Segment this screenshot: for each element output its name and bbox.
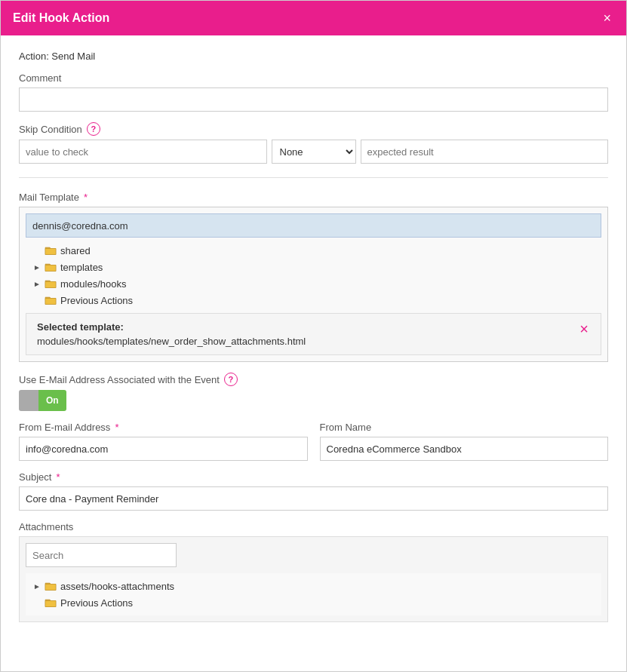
folder-icon-modules (45, 278, 57, 290)
close-button[interactable]: × (600, 10, 614, 26)
tree-label-templates: templates (60, 262, 103, 273)
from-name-field-group: From Name (320, 422, 609, 461)
action-label: Action: Send Mail (19, 51, 608, 62)
toggle-off-part (19, 390, 38, 411)
attachments-tree-container: ► assets/hooks-attachments P (19, 536, 608, 622)
tree-arrow-assets: ► (32, 581, 42, 591)
folder-icon-prev-actions-attach (45, 597, 57, 609)
comment-field-group: Comment (19, 72, 608, 112)
skip-condition-field-group: Skip Condition ? None Equals Not Equals … (19, 122, 608, 164)
email-event-field-group: Use E-Mail Address Associated with the E… (19, 373, 608, 411)
subject-input[interactable] (19, 486, 608, 511)
modal-header: Edit Hook Action × (1, 1, 626, 35)
attachments-label: Attachments (19, 521, 608, 532)
attachments-search-input[interactable] (26, 543, 177, 567)
tree-arrow-shared (32, 245, 42, 256)
tree-arrow-prev-actions-template (32, 295, 42, 305)
toggle-on-part: On (38, 390, 66, 411)
modal-body: Action: Send Mail Comment Skip Condition… (1, 35, 626, 671)
tree-arrow-modules: ► (32, 278, 42, 289)
from-email-required: * (115, 422, 118, 433)
skip-condition-label: Skip Condition ? (19, 122, 608, 136)
subject-required: * (56, 471, 60, 483)
skip-condition-help-icon[interactable]: ? (87, 122, 100, 136)
from-name-input[interactable] (320, 437, 609, 461)
template-search-selected: dennis@coredna.com (26, 213, 601, 238)
divider-1 (19, 177, 608, 178)
attachments-field-group: Attachments ► assets/hooks-attachments (19, 521, 608, 622)
selected-template-box: Selected template: modules/hooks/templat… (26, 313, 601, 355)
folder-icon-assets (45, 580, 57, 592)
tree-label-assets: assets/hooks-attachments (60, 581, 174, 592)
from-email-label: From E-mail Address * (19, 422, 308, 433)
tree-label-shared: shared (60, 245, 91, 256)
mail-template-required: * (84, 192, 88, 203)
selected-template-path: modules/hooks/templates/new_order_show_a… (37, 336, 306, 347)
template-tree: shared ► templates ► (26, 238, 601, 313)
skip-result-input[interactable] (361, 140, 609, 164)
folder-icon-prev-actions-template (45, 294, 57, 306)
skip-condition-select[interactable]: None Equals Not Equals Contains Greater … (272, 140, 356, 164)
folder-icon-shared (45, 244, 57, 256)
tree-item-previous-actions-template[interactable]: Previous Actions (29, 292, 598, 308)
clear-template-button[interactable]: × (578, 321, 590, 336)
email-event-label: Use E-Mail Address Associated with the E… (19, 373, 608, 386)
mail-template-label: Mail Template * (19, 192, 608, 203)
tree-item-assets-hooks[interactable]: ► assets/hooks-attachments (29, 578, 598, 594)
folder-icon-templates (45, 261, 57, 273)
subject-field-group: Subject * (19, 471, 608, 511)
tree-item-previous-actions-attach[interactable]: Previous Actions (29, 594, 598, 611)
skip-value-input[interactable] (19, 140, 267, 164)
edit-hook-action-modal: Edit Hook Action × Action: Send Mail Com… (0, 0, 627, 672)
comment-label: Comment (19, 72, 608, 84)
tree-arrow-templates: ► (32, 262, 42, 272)
template-tree-container: dennis@coredna.com shared ► (19, 207, 608, 362)
comment-input[interactable] (19, 87, 608, 112)
selected-template-info: Selected template: modules/hooks/templat… (37, 321, 306, 347)
from-email-field-group: From E-mail Address * (19, 422, 308, 461)
skip-condition-row: None Equals Not Equals Contains Greater … (19, 140, 608, 164)
modal-title: Edit Hook Action (13, 11, 109, 25)
tree-label-prev-actions-template: Previous Actions (60, 295, 133, 306)
from-name-label: From Name (320, 422, 609, 433)
tree-arrow-prev-actions-attach (32, 597, 42, 608)
from-fields-row: From E-mail Address * From Name (19, 422, 608, 461)
selected-template-title: Selected template: (37, 321, 306, 333)
email-event-help-icon[interactable]: ? (224, 373, 238, 386)
tree-label-modules: modules/hooks (60, 278, 126, 290)
subject-label: Subject * (19, 471, 608, 483)
attachments-tree: ► assets/hooks-attachments P (26, 573, 601, 615)
from-email-input[interactable] (19, 437, 308, 461)
toggle-switch[interactable]: On (19, 390, 608, 411)
tree-item-templates[interactable]: ► templates (29, 259, 598, 275)
tree-item-shared[interactable]: shared (29, 242, 598, 259)
tree-label-prev-actions-attach: Previous Actions (60, 597, 133, 609)
tree-item-modules-hooks[interactable]: ► modules/hooks (29, 275, 598, 292)
mail-template-field-group: Mail Template * dennis@coredna.com (19, 192, 608, 362)
